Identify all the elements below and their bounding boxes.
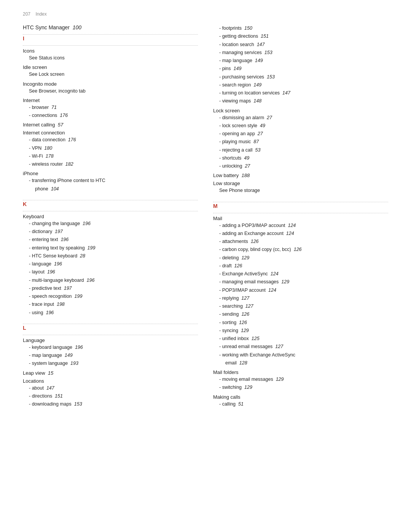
entry-internet-connection: Internet connection (23, 130, 198, 136)
entry-icons: Icons (23, 48, 198, 54)
entry-mail-unified-inbox: - unified inbox 125 (213, 335, 388, 343)
entry-locations-map-lang: - map language 149 (213, 57, 388, 65)
entry-keyboard-dictionary: - dictionary 197 (23, 228, 198, 236)
entry-internet-router: - wireless router 182 (23, 160, 198, 168)
entry-locations-getting-directions: - getting directions 151 (213, 32, 388, 40)
entry-making-calls-calling: - calling 51 (213, 400, 388, 408)
section-letter-K: K (23, 201, 198, 207)
entry-keyboard-trace: - trace input 198 (23, 300, 198, 308)
entry-mail-exchange: - adding an Exchange account 124 (213, 230, 388, 238)
page-header: 207 Index (23, 11, 388, 17)
divider-M-top (213, 202, 388, 202)
entry-keyboard-speech: - speech recognition 199 (23, 292, 198, 300)
divider-K-bottom (23, 211, 198, 211)
entry-keyboard-multilang: - multi-language keyboard 196 (23, 276, 198, 284)
section-M-entries: Mail - adding a POP3/IMAP account 124 - … (213, 216, 388, 408)
entry-keyboard-using: - using 196 (23, 309, 198, 317)
entry-leap-view: Leap view 15 (23, 370, 198, 376)
entry-incognito-sub1: See Browser, incognito tab (23, 87, 198, 95)
entry-locations-downloading: - downloading maps 153 (23, 400, 198, 408)
entry-mail-exchange-activesync: - Exchange ActiveSync 124 (213, 270, 388, 278)
entry-locations-location-search: - location search 147 (213, 41, 388, 49)
entry-lock-unlocking: - unlocking 27 (213, 162, 388, 170)
entry-mail-attachments: - attachments 126 (213, 238, 388, 246)
entry-mail-deleting: - deleting 129 (213, 254, 388, 262)
section-L-entries: Language - keyboard language 196 - map l… (23, 337, 198, 409)
entry-mail-pop3imap-account: - POP3/IMAP account 124 (213, 286, 388, 294)
entry-lock-music: - playing music 87 (213, 138, 388, 146)
entry-lock-screen: Lock screen (213, 108, 388, 113)
entry-keyboard-layout: - layout 196 (23, 268, 198, 276)
entry-iphone-transfer-page: phone 104 (23, 185, 198, 193)
entry-low-battery: Low battery 188 (213, 173, 388, 178)
divider-K-top (23, 200, 198, 200)
section-K-entries: Keyboard - changing the language 196 - d… (23, 214, 198, 317)
entry-locations-purchasing: - purchasing services 153 (213, 73, 388, 81)
section-I-entries: Icons See Status icons Idle screen See L… (23, 48, 198, 193)
entry-internet-browser: - browser 71 (23, 104, 198, 112)
entry-keyboard-predictive: - predictive text 197 (23, 284, 198, 292)
left-column: HTC Sync Manager 100 I Icons See Status … (23, 24, 198, 408)
entry-locations-footprints: - footprints 150 (213, 24, 388, 32)
entry-mail-folders-moving: - moving email messages 129 (213, 375, 388, 383)
entry-making-calls: Making calls (213, 394, 388, 400)
entry-language-system: - system language 193 (23, 359, 198, 367)
entry-mail-working-exchange-page: email 128 (213, 359, 388, 367)
divider-I-bottom (23, 45, 198, 46)
entry-locations-about: - about 147 (23, 384, 198, 392)
entry-mail-draft: - draft 126 (213, 262, 388, 270)
entry-idle-screen: Idle screen (23, 64, 198, 70)
entry-locations: Locations (23, 378, 198, 384)
entry-lock-dismissing: - dismissing an alarm 27 (213, 114, 388, 122)
locations-continued: - footprints 150 - getting directions 15… (213, 24, 388, 105)
section-letter-L: L (23, 325, 198, 331)
entry-keyboard-entering-text: - entering text 196 (23, 236, 198, 244)
entry-locations-viewing-maps: - viewing maps 148 (213, 97, 388, 105)
entry-mail: Mail (213, 216, 388, 221)
entry-locations-managing: - managing services 153 (213, 49, 388, 57)
entry-idle-screen-sub1: See Lock screen (23, 70, 198, 78)
entry-mail-sorting: - sorting 126 (213, 319, 388, 327)
entry-keyboard-htc-sense: - HTC Sense keyboard 28 (23, 252, 198, 260)
entry-mail-unread: - unread email messages 127 (213, 343, 388, 351)
entry-keyboard: Keyboard (23, 214, 198, 219)
divider-L-bottom (23, 335, 198, 335)
entry-mail-searching: - searching 127 (213, 302, 388, 310)
entry-mail-folders: Mail folders (213, 369, 388, 375)
entry-internet-connections: - connections 176 (23, 112, 198, 120)
entry-mail-sending: - sending 126 (213, 310, 388, 318)
htc-sync-entry: HTC Sync Manager 100 (23, 24, 198, 30)
entry-mail-replying: - replying 127 (213, 294, 388, 302)
entry-low-storage: Low storage (213, 181, 388, 186)
section-letter-I: I (23, 35, 198, 42)
entry-locations-turning-on: - turning on location services 147 (213, 89, 388, 97)
entry-lock-rejecting: - rejecting a call 53 (213, 146, 388, 154)
divider-M-bottom (213, 213, 388, 213)
entry-internet-data: - data connection 176 (23, 136, 198, 144)
entry-lock-style: - lock screen style 49 (213, 122, 388, 130)
entry-locations-pins: - pins 149 (213, 65, 388, 73)
entry-language: Language (23, 337, 198, 343)
right-column: - footprints 150 - getting directions 15… (213, 24, 388, 408)
entry-internet-wifi: - Wi-Fi 178 (23, 152, 198, 160)
entry-icons-sub1: See Status icons (23, 54, 198, 62)
entry-keyboard-changing-lang: - changing the language 196 (23, 220, 198, 228)
entry-internet: Internet (23, 97, 198, 103)
entry-keyboard-language: - language 196 (23, 260, 198, 268)
entry-locations-search-region: - search region 149 (213, 81, 388, 89)
entry-keyboard-entering-speaking: - entering text by speaking 199 (23, 244, 198, 252)
entry-mail-cc-bcc: - carbon copy, blind copy (cc, bcc) 126 (213, 246, 388, 254)
entry-internet-vpn: - VPN 180 (23, 144, 198, 152)
entry-lock-shortcuts: - shortcuts 49 (213, 154, 388, 162)
entry-language-keyboard: - keyboard language 196 (23, 343, 198, 351)
entry-mail-pop3imap: - adding a POP3/IMAP account 124 (213, 222, 388, 230)
entry-internet-calling: Internet calling 57 (23, 122, 198, 128)
entry-iphone: iPhone (23, 171, 198, 176)
divider-I-top (23, 34, 198, 35)
entry-mail-folders-switching: - switching 129 (213, 383, 388, 391)
divider-L-top (23, 324, 198, 324)
entry-mail-managing: - managing email messages 129 (213, 278, 388, 286)
entry-locations-directions: - directions 151 (23, 392, 198, 400)
entry-iphone-transfer: - transferring iPhone content to HTC (23, 177, 198, 185)
entry-language-map: - map language 149 (23, 351, 198, 359)
